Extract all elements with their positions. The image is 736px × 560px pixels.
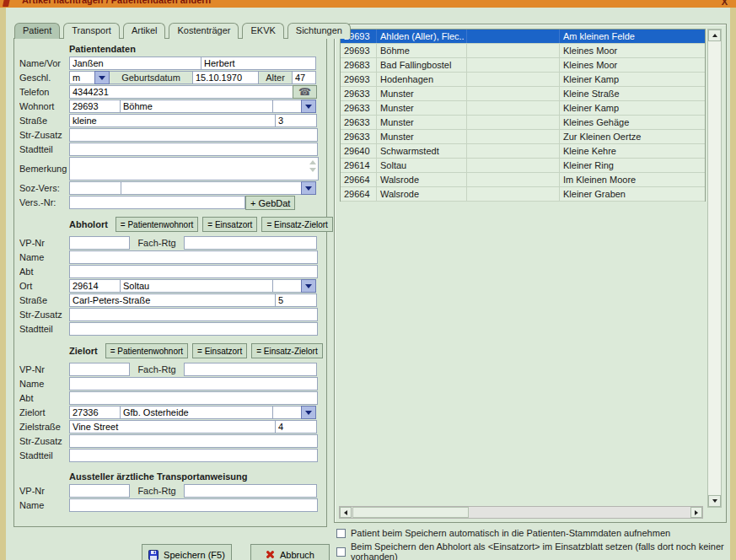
zielort-einsatzort-button[interactable]: = Einsatzort bbox=[192, 343, 247, 358]
table-row[interactable]: 29614 Soltau Kleiner Ring bbox=[341, 159, 705, 173]
zielort-abt-input[interactable] bbox=[69, 391, 318, 405]
zielort-street-input[interactable] bbox=[69, 420, 276, 433]
stammdaten-checkbox[interactable] bbox=[336, 529, 346, 538]
abholort-patientenwohnort-button[interactable]: = Patientenwohnort bbox=[116, 217, 198, 232]
tab-kostentraeger[interactable]: Kostenträger bbox=[169, 23, 239, 39]
scroll-left-button[interactable] bbox=[340, 507, 352, 518]
zielort-ort-label: Zielort bbox=[19, 407, 69, 417]
tab-ekvk[interactable]: EKVK bbox=[242, 23, 283, 39]
remark-textarea[interactable] bbox=[69, 157, 319, 180]
zielort-patientenwohnort-button[interactable]: = Patientenwohnort bbox=[105, 343, 188, 358]
aussteller-name-input[interactable] bbox=[69, 498, 318, 512]
table-row[interactable]: 29683 Bad Fallingbostel Kleines Moor bbox=[341, 58, 705, 73]
abholort-vp-input[interactable] bbox=[69, 236, 130, 250]
table-cell-street: Kleiner Kamp bbox=[560, 73, 705, 86]
zielort-city-extra-input[interactable] bbox=[272, 406, 302, 419]
social-insurance-code-input[interactable] bbox=[69, 181, 121, 195]
birthdate-input[interactable] bbox=[192, 71, 259, 84]
abholort-city-input[interactable] bbox=[120, 279, 273, 293]
age-input[interactable] bbox=[292, 71, 316, 84]
abholort-street-extra-input[interactable] bbox=[69, 308, 318, 321]
abholort-name-input[interactable] bbox=[69, 250, 318, 264]
scroll-right-button[interactable] bbox=[690, 507, 702, 518]
tab-patient[interactable]: Patient bbox=[14, 23, 60, 39]
aussteller-vp-input[interactable] bbox=[69, 484, 130, 498]
zielort-city-input[interactable] bbox=[120, 406, 273, 419]
table-row[interactable]: 29633 Munster Kleiner Kamp bbox=[341, 101, 705, 116]
zielort-zip-input[interactable] bbox=[69, 406, 121, 419]
zielort-city-dropdown[interactable] bbox=[301, 406, 316, 419]
table-row[interactable]: 29693 Böhme Kleines Moor bbox=[341, 44, 705, 58]
city-input[interactable] bbox=[120, 100, 273, 113]
gebdat-button[interactable]: + GebDat bbox=[245, 196, 295, 210]
table-row[interactable]: 29633 Munster Kleine Straße bbox=[341, 87, 705, 101]
street-extra-input[interactable] bbox=[69, 128, 318, 142]
zielort-vp-input[interactable] bbox=[69, 363, 130, 376]
district-input[interactable] bbox=[69, 143, 318, 156]
horizontal-scrollbar[interactable] bbox=[339, 506, 703, 519]
cancel-button-label: Abbruch bbox=[280, 550, 314, 560]
firstname-input[interactable] bbox=[201, 57, 316, 70]
zielort-name-input[interactable] bbox=[69, 377, 318, 390]
city-dropdown[interactable] bbox=[301, 100, 316, 113]
social-insurance-name-input[interactable] bbox=[121, 181, 302, 195]
vertical-scrollbar[interactable] bbox=[707, 29, 722, 508]
gender-input[interactable] bbox=[69, 71, 95, 84]
gender-label: Geschl. bbox=[19, 73, 69, 83]
phone-lookup-button[interactable]: ☎ bbox=[293, 85, 317, 99]
cancel-button[interactable]: Abbruch bbox=[250, 544, 330, 560]
tab-transport[interactable]: Transport bbox=[63, 23, 120, 39]
table-cell-street: Kleine Straße bbox=[560, 87, 705, 100]
spinner-icons[interactable] bbox=[309, 160, 316, 172]
zielort-house-number-input[interactable] bbox=[275, 420, 317, 433]
table-cell-city: Munster bbox=[377, 101, 467, 115]
zip-input[interactable] bbox=[69, 100, 121, 113]
zielort-einsatz-zielort-button[interactable]: = Einsatz-Zielort bbox=[251, 343, 323, 358]
abholort-abt-input[interactable] bbox=[69, 265, 318, 278]
table-row[interactable]: 29633 Munster Kleines Gehäge bbox=[341, 116, 705, 130]
abholort-fachrtg-input[interactable] bbox=[184, 236, 317, 250]
table-cell-city: Walsrode bbox=[377, 173, 467, 186]
horizontal-scroll-thumb[interactable] bbox=[352, 507, 469, 518]
table-row[interactable]: 29693 Ahlden (Aller), Flec.. Am kleinen … bbox=[341, 30, 705, 44]
insurance-number-input[interactable] bbox=[69, 196, 245, 209]
scroll-up-button[interactable] bbox=[708, 30, 721, 41]
aussteller-fachrtg-input[interactable] bbox=[184, 484, 317, 498]
close-button[interactable]: X bbox=[722, 0, 728, 7]
einsatzort-checkbox[interactable] bbox=[336, 547, 346, 557]
lastname-input[interactable] bbox=[69, 57, 201, 70]
table-row[interactable]: 29664 Walsrode Im Kleinen Moore bbox=[341, 173, 705, 187]
abholort-street-input[interactable] bbox=[69, 293, 276, 307]
abholort-einsatzort-button[interactable]: = Einsatzort bbox=[202, 217, 257, 232]
street-input[interactable] bbox=[69, 114, 276, 127]
abholort-city-extra-input[interactable] bbox=[272, 279, 302, 293]
table-row[interactable]: 29664 Walsrode Kleiner Graben bbox=[341, 187, 705, 202]
zielort-fachrtg-input[interactable] bbox=[184, 363, 317, 376]
abholort-city-dropdown[interactable] bbox=[301, 279, 316, 293]
tab-artikel[interactable]: Artikel bbox=[123, 23, 166, 39]
city-extra-input[interactable] bbox=[272, 100, 302, 113]
table-row[interactable]: 29640 Schwarmstedt Kleine Kehre bbox=[341, 144, 705, 159]
save-button[interactable]: Speichern (F5) bbox=[142, 544, 232, 560]
scroll-down-button[interactable] bbox=[708, 495, 721, 507]
abholort-zip-input[interactable] bbox=[69, 279, 121, 293]
table-cell-extra bbox=[467, 130, 560, 143]
city-label: Wohnort bbox=[19, 101, 69, 111]
zielort-district-input[interactable] bbox=[69, 449, 318, 462]
window-edge-left bbox=[0, 8, 6, 560]
table-cell-street: Im Kleinen Moore bbox=[560, 173, 705, 186]
house-number-input[interactable] bbox=[275, 114, 317, 127]
abholort-einsatz-zielort-button[interactable]: = Einsatz-Zielort bbox=[261, 217, 333, 232]
abholort-house-number-input[interactable] bbox=[275, 293, 317, 307]
phone-input[interactable] bbox=[69, 85, 293, 99]
gender-dropdown[interactable] bbox=[94, 71, 110, 84]
zielort-street-extra-input[interactable] bbox=[69, 434, 318, 448]
social-insurance-dropdown[interactable] bbox=[301, 181, 316, 195]
table-row[interactable]: 29633 Munster Zur Kleinen Oertze bbox=[341, 130, 705, 144]
tab-sichtungen[interactable]: Sichtungen bbox=[287, 23, 351, 39]
table-row[interactable]: 29693 Hodenhagen Kleiner Kamp bbox=[341, 73, 705, 87]
phone-label: Telefon bbox=[19, 87, 69, 97]
table-cell-street: Kleiner Graben bbox=[560, 187, 705, 201]
aussteller-fachrtg-label: Fach-Rtg bbox=[130, 484, 184, 498]
abholort-district-input[interactable] bbox=[69, 322, 318, 336]
